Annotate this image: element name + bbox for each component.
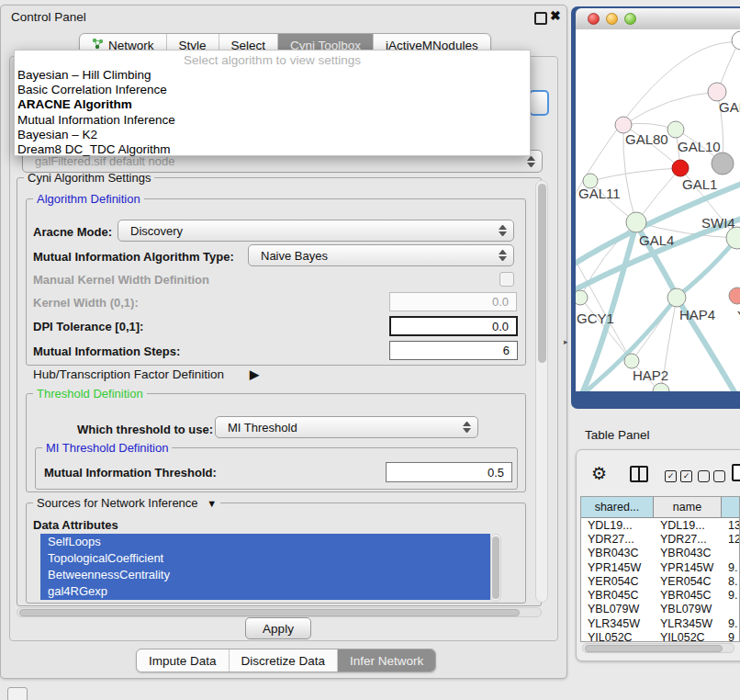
column-header[interactable]: name bbox=[654, 497, 722, 518]
network-node-gal10[interactable] bbox=[667, 121, 684, 138]
minimized-panel-icon[interactable] bbox=[7, 687, 28, 700]
float-window-icon[interactable] bbox=[534, 12, 547, 25]
table-cell[interactable]: YDR27... bbox=[654, 533, 722, 546]
dpi-tolerance-field[interactable]: 0.0 bbox=[389, 316, 518, 336]
export-table-icon[interactable] bbox=[732, 464, 740, 481]
manual-kernel-checkbox[interactable] bbox=[499, 272, 514, 287]
splitter-handle[interactable]: ▸ bbox=[564, 337, 568, 346]
network-node-gal[interactable] bbox=[708, 83, 726, 101]
table-cell[interactable]: YBR045C bbox=[581, 589, 654, 602]
select-all-columns-icon[interactable]: ✓ ✓ bbox=[665, 470, 692, 482]
column-header[interactable]: shared... bbox=[581, 497, 654, 518]
table-cell[interactable]: 9. bbox=[722, 617, 740, 630]
table-cell[interactable]: YBR043C bbox=[581, 547, 654, 559]
table-row[interactable]: YDL19...YDL19...13 bbox=[581, 518, 739, 532]
scrollbar-thumb[interactable] bbox=[492, 536, 499, 599]
table-row[interactable]: YBR045CYBR045C9. bbox=[581, 588, 739, 602]
sources-collapse-arrow-icon[interactable]: ▼ bbox=[207, 498, 217, 509]
table-header-row: shared...name bbox=[581, 497, 739, 518]
table-cell[interactable]: YDL19... bbox=[581, 519, 654, 532]
aracne-mode-value: Discovery bbox=[130, 224, 183, 238]
table-cell[interactable]: 8. bbox=[722, 575, 740, 588]
network-node[interactable] bbox=[712, 152, 734, 175]
table-cell[interactable]: YDR27... bbox=[581, 533, 654, 546]
data-attribute-item[interactable]: SelfLoops bbox=[40, 534, 490, 550]
data-attribute-item[interactable]: TopologicalCoefficient bbox=[40, 550, 490, 567]
table-cell[interactable]: YER054C bbox=[654, 575, 722, 588]
table-row[interactable]: YBR043CYBR043C bbox=[581, 547, 739, 560]
settings-vertical-scrollbar[interactable] bbox=[535, 180, 548, 603]
column-header[interactable] bbox=[722, 497, 740, 518]
close-traffic-light[interactable] bbox=[588, 13, 600, 25]
zoom-traffic-light[interactable] bbox=[624, 13, 636, 25]
table-cell[interactable]: 12 bbox=[722, 533, 740, 546]
which-threshold-combo[interactable]: MI Threshold bbox=[215, 416, 478, 438]
algorithm-option-dream8-dc-tdc-algorithm[interactable]: Dream8 DC_TDC Algorithm bbox=[15, 142, 530, 157]
kernel-width-field[interactable]: 0.0 bbox=[389, 292, 517, 311]
table-row[interactable]: YPR145WYPR145W9. bbox=[581, 560, 739, 574]
network-node-gcy1[interactable] bbox=[576, 290, 588, 305]
network-node[interactable] bbox=[653, 383, 669, 391]
table-row[interactable]: YLR345WYLR345W9. bbox=[581, 616, 739, 630]
algorithm-option-aracne-algorithm[interactable]: ARACNE Algorithm bbox=[15, 97, 530, 112]
table-cell[interactable]: YBL079W bbox=[581, 603, 654, 615]
mi-type-combo[interactable]: Naive Bayes bbox=[248, 244, 514, 266]
algorithm-option-mutual-information-inference[interactable]: Mutual Information Inference bbox=[15, 113, 530, 128]
data-attribute-item[interactable]: gal4RGexp bbox=[40, 583, 490, 600]
table-cell[interactable]: 9 bbox=[722, 631, 740, 642]
tab-impute-data[interactable]: Impute Data bbox=[137, 649, 229, 672]
table-row[interactable]: YDR27...YDR27...12 bbox=[581, 532, 739, 546]
algorithm-option-basic-correlation-inference[interactable]: Basic Correlation Inference bbox=[15, 83, 530, 97]
table-cell[interactable]: YPR145W bbox=[581, 561, 654, 574]
table-cell[interactable]: YBR045C bbox=[654, 589, 722, 602]
table-cell[interactable]: 9. bbox=[722, 561, 740, 574]
table-row[interactable]: YBL079WYBL079W bbox=[581, 603, 739, 616]
table-cell[interactable]: YPR145W bbox=[654, 561, 722, 574]
network-node-hap2[interactable] bbox=[624, 354, 639, 368]
deselect-all-columns-icon[interactable] bbox=[698, 470, 725, 482]
network-node[interactable] bbox=[732, 31, 740, 50]
table-cell[interactable]: YLR345W bbox=[654, 617, 722, 630]
scrollbar-thumb[interactable] bbox=[19, 609, 520, 616]
hub-expand-arrow-icon[interactable]: ▶ bbox=[250, 367, 259, 381]
network-node-y[interactable] bbox=[729, 288, 740, 304]
columns-icon[interactable] bbox=[630, 466, 648, 482]
mi-threshold-field[interactable]: 0.5 bbox=[386, 462, 512, 482]
table-cell[interactable]: YLR345W bbox=[581, 617, 654, 630]
table-cell[interactable]: 13 bbox=[722, 519, 740, 532]
table-horizontal-scrollbar[interactable] bbox=[582, 643, 734, 653]
network-node-gal4[interactable] bbox=[626, 212, 646, 232]
apply-button[interactable]: Apply bbox=[245, 617, 311, 639]
network-window-titlebar[interactable] bbox=[576, 8, 740, 30]
close-icon[interactable]: ✖ bbox=[550, 8, 561, 23]
settings-horizontal-scrollbar[interactable] bbox=[17, 607, 542, 617]
network-node-gal1[interactable] bbox=[672, 160, 689, 176]
table-cell[interactable]: 9. bbox=[722, 589, 740, 602]
tab-infer-network[interactable]: Infer Network bbox=[337, 649, 435, 672]
tab-discretize-data[interactable]: Discretize Data bbox=[229, 649, 338, 672]
table-cell[interactable]: YIL052C bbox=[654, 631, 722, 642]
network-node-hap4[interactable] bbox=[667, 288, 686, 307]
node-label: HAP4 bbox=[679, 307, 715, 322]
table-cell[interactable]: YDL19... bbox=[654, 519, 722, 532]
gear-icon[interactable]: ⚙ bbox=[591, 463, 607, 484]
unchecked-box-icon bbox=[713, 470, 725, 482]
algorithm-option-bayesian-hill-climbing[interactable]: Bayesian – Hill Climbing bbox=[15, 68, 530, 83]
mi-steps-field[interactable]: 6 bbox=[389, 341, 518, 360]
attributes-scrollbar[interactable] bbox=[490, 534, 501, 602]
table-row[interactable]: YER054CYER054C8. bbox=[581, 574, 739, 588]
table-cell[interactable]: YIL052C bbox=[581, 631, 654, 642]
data-attribute-item[interactable]: BetweennessCentrality bbox=[40, 567, 490, 583]
table-cell[interactable]: YER054C bbox=[581, 575, 654, 588]
table-cell[interactable]: YBL079W bbox=[654, 603, 722, 615]
table-cell[interactable]: YBR043C bbox=[654, 547, 722, 559]
scrollbar-thumb[interactable] bbox=[538, 184, 546, 363]
table-row[interactable]: YIL052CYIL052C9 bbox=[581, 630, 739, 642]
minimize-traffic-light[interactable] bbox=[606, 13, 618, 25]
network-canvas[interactable]: GALGAL80GAL10GAL1GAL11SWI4GAL4GCY1HAP4YH… bbox=[576, 29, 740, 391]
algorithm-combo-button[interactable] bbox=[529, 90, 549, 116]
scrollbar-thumb[interactable] bbox=[585, 645, 723, 652]
algorithm-option-bayesian-k2[interactable]: Bayesian – K2 bbox=[15, 128, 530, 142]
control-panel-title: Control Panel bbox=[11, 10, 86, 24]
aracne-mode-combo[interactable]: Discovery bbox=[118, 220, 514, 242]
